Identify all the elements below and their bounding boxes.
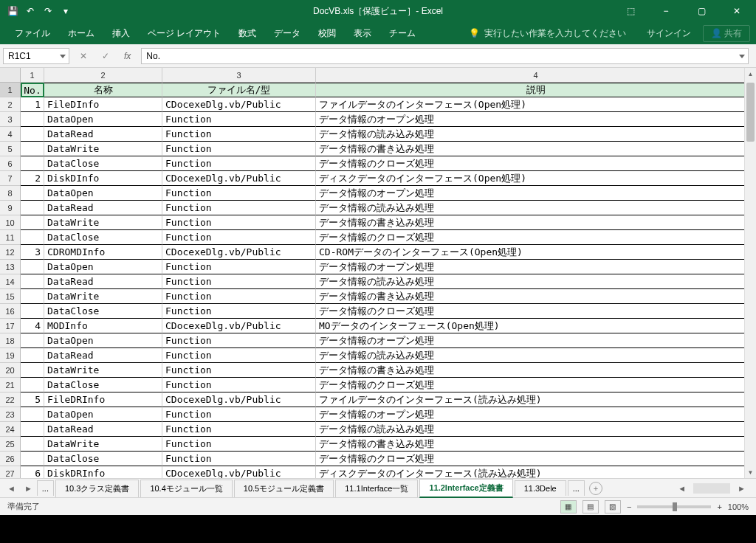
zoom-out-icon[interactable]: − [627, 502, 631, 511]
tab-team[interactable]: チーム [380, 22, 425, 44]
row-header[interactable]: 15 [0, 289, 21, 304]
cell-desc[interactable]: データ情報のクローズ処理 [316, 156, 756, 171]
cell-name[interactable]: DataWrite [44, 289, 162, 304]
col-header-3[interactable]: 3 [162, 68, 316, 82]
cell-no[interactable] [21, 112, 44, 127]
horizontal-scrollbar[interactable] [693, 483, 730, 494]
row-header[interactable]: 3 [0, 112, 21, 127]
cell-file[interactable]: Function [162, 407, 316, 422]
cell-name[interactable]: DataRead [44, 201, 162, 215]
row-header[interactable]: 1 [0, 83, 21, 97]
cell-desc[interactable]: データ情報の読み込み処理 [316, 422, 756, 437]
formula-cancel-icon[interactable]: ✕ [75, 51, 92, 61]
cell-name[interactable]: DataWrite [44, 363, 162, 378]
cell-no[interactable] [21, 407, 44, 422]
signin-link[interactable]: サインイン [647, 27, 691, 40]
row-header[interactable]: 11 [0, 230, 21, 245]
cell-name[interactable]: MODInfo [44, 319, 162, 333]
sheet-tab-11-1[interactable]: 11.1Interface一覧 [335, 480, 418, 497]
row-header[interactable]: 24 [0, 422, 21, 437]
sheet-tab-overflow-right[interactable]: ... [568, 480, 585, 496]
zoom-in-icon[interactable]: + [717, 502, 721, 511]
row-header[interactable]: 2 [0, 97, 21, 112]
row-header[interactable]: 21 [0, 378, 21, 392]
view-normal-icon[interactable]: ▦ [560, 500, 577, 513]
tell-me-search[interactable]: 💡 実行したい作業を入力してください [463, 27, 632, 40]
formula-bar[interactable]: No. [141, 48, 749, 64]
cell-file[interactable]: Function [162, 186, 316, 201]
cell-desc[interactable]: データ情報のオープン処理 [316, 186, 756, 201]
row-header[interactable]: 27 [0, 466, 21, 478]
cell-file[interactable]: CDocexeDlg.vb/Public [162, 97, 316, 112]
row-header[interactable]: 5 [0, 142, 21, 156]
cell-file[interactable]: Function [162, 437, 316, 452]
add-sheet-icon[interactable]: + [589, 482, 602, 495]
cell-name[interactable]: DiskDRInfo [44, 466, 162, 478]
cell-desc[interactable]: データ情報の書き込み処理 [316, 215, 756, 230]
tab-data[interactable]: データ [265, 22, 309, 44]
sheet-tab-10-3[interactable]: 10.3クラス定義書 [55, 480, 139, 497]
cell-desc[interactable]: データ情報のオープン処理 [316, 112, 756, 127]
share-button[interactable]: 👤 共有 [703, 25, 750, 42]
cell-no[interactable] [21, 422, 44, 437]
cell-no[interactable]: 3 [21, 245, 44, 260]
tab-file[interactable]: ファイル [6, 22, 59, 44]
scroll-up-icon[interactable]: ▲ [745, 68, 756, 80]
col-header-4[interactable]: 4 [316, 68, 756, 82]
cell-file[interactable]: Function [162, 215, 316, 230]
cell-no[interactable]: 2 [21, 171, 44, 186]
cell-no[interactable] [21, 230, 44, 245]
spreadsheet-grid[interactable]: 1 2 3 4 1No.名称ファイル名/型説明21FileDInfoCDocex… [0, 68, 756, 478]
cell-desc[interactable]: ディスクデータのインターフェース(読み込み処理) [316, 466, 756, 478]
row-header[interactable]: 23 [0, 407, 21, 422]
col-header-2[interactable]: 2 [44, 68, 162, 82]
row-header[interactable]: 13 [0, 260, 21, 274]
cell-file[interactable]: Function [162, 112, 316, 127]
cell-file[interactable]: Function [162, 333, 316, 348]
cell-file[interactable]: Function [162, 289, 316, 304]
sheet-tab-overflow-left[interactable]: ... [37, 480, 54, 496]
select-all-button[interactable] [0, 68, 21, 82]
cell-name[interactable]: DataRead [44, 127, 162, 142]
cell-name[interactable]: DataRead [44, 274, 162, 289]
row-header[interactable]: 17 [0, 319, 21, 333]
row-header[interactable]: 12 [0, 245, 21, 260]
cell-file[interactable]: Function [162, 348, 316, 363]
zoom-slider[interactable] [637, 505, 711, 508]
cell-file[interactable]: Function [162, 378, 316, 392]
cell-name[interactable]: DataClose [44, 230, 162, 245]
tab-home[interactable]: ホーム [59, 22, 103, 44]
cell-name[interactable]: DataWrite [44, 142, 162, 156]
header-file[interactable]: ファイル名/型 [162, 83, 316, 97]
row-header[interactable]: 18 [0, 333, 21, 348]
cell-no[interactable] [21, 333, 44, 348]
cell-name[interactable]: FileDInfo [44, 97, 162, 112]
cell-desc[interactable]: データ情報のクローズ処理 [316, 452, 756, 466]
cell-desc[interactable]: データ情報のオープン処理 [316, 260, 756, 274]
cell-no[interactable] [21, 304, 44, 319]
cell-name[interactable]: FileDRInfo [44, 392, 162, 407]
tab-pagelayout[interactable]: ページ レイアウト [139, 22, 230, 44]
close-icon[interactable]: ✕ [721, 1, 753, 21]
cell-desc[interactable]: データ情報の書き込み処理 [316, 363, 756, 378]
header-no[interactable]: No. [21, 83, 44, 97]
cell-file[interactable]: Function [162, 260, 316, 274]
row-header[interactable]: 9 [0, 201, 21, 215]
hscroll-right-icon[interactable]: ► [733, 484, 750, 493]
zoom-level[interactable]: 100% [728, 502, 749, 511]
cell-desc[interactable]: データ情報のオープン処理 [316, 333, 756, 348]
cell-file[interactable]: CDocexeDlg.vb/Public [162, 245, 316, 260]
cell-no[interactable]: 4 [21, 319, 44, 333]
cell-no[interactable] [21, 142, 44, 156]
cell-desc[interactable]: データ情報のオープン処理 [316, 407, 756, 422]
view-pagebreak-icon[interactable]: ▧ [605, 500, 621, 513]
qat-more-icon[interactable]: ▾ [59, 4, 72, 18]
cell-name[interactable]: DataOpen [44, 333, 162, 348]
cell-file[interactable]: Function [162, 274, 316, 289]
header-name[interactable]: 名称 [44, 83, 162, 97]
row-header[interactable]: 22 [0, 392, 21, 407]
scrollbar-thumb[interactable] [746, 83, 755, 142]
row-header[interactable]: 16 [0, 304, 21, 319]
header-desc[interactable]: 説明 [316, 83, 756, 97]
cell-no[interactable] [21, 437, 44, 452]
